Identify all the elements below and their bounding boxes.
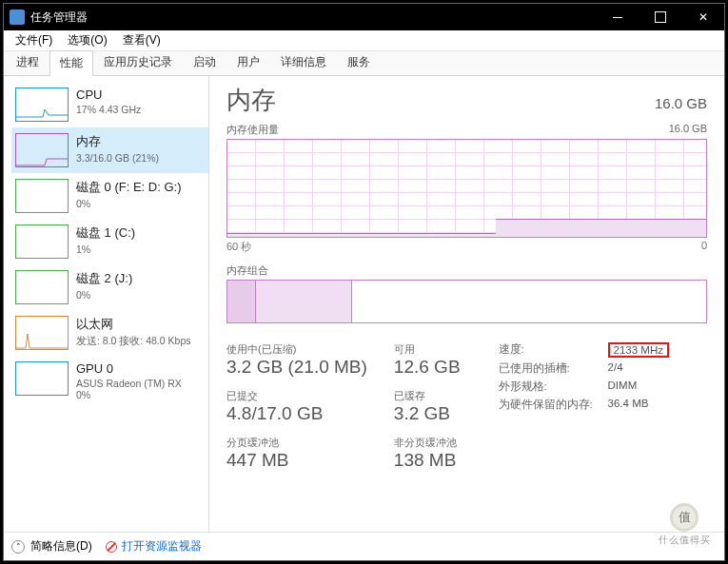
disk-thumb-icon (15, 224, 69, 259)
main-panel: 内存 16.0 GB 内存使用量16.0 GB 60 秒0 内存组合 使用中(已… (209, 76, 724, 532)
speed-value: 2133 MHz (608, 342, 669, 358)
watermark-text: 什么值得买 (659, 534, 711, 547)
resource-monitor-icon (106, 541, 117, 553)
inuse-value: 3.2 GB (21.0 MB) (226, 357, 367, 378)
tabbar: 进程 性能 应用历史记录 启动 用户 详细信息 服务 (4, 51, 724, 76)
memory-thumb-icon (15, 133, 69, 167)
memory-usage-chart[interactable] (226, 139, 707, 238)
axis-right: 0 (701, 240, 707, 254)
reserved-label: 为硬件保留的内存: (499, 398, 608, 412)
tab-users[interactable]: 用户 (226, 49, 270, 75)
composition-label: 内存组合 (226, 263, 707, 278)
watermark-icon: 值 (670, 503, 698, 532)
sidebar-item-disk2[interactable]: 磁盘 2 (J:)0% (11, 264, 208, 310)
ethernet-thumb-icon (15, 316, 69, 350)
avail-value: 12.6 GB (394, 357, 461, 378)
brief-info-link[interactable]: 简略信息(D) (30, 538, 92, 554)
sidebar-item-gpu0[interactable]: GPU 0ASUS Radeon (TM) RX0% (11, 356, 208, 406)
watermark: 值 什么值得买 (650, 503, 718, 553)
tab-details[interactable]: 详细信息 (270, 49, 337, 75)
axis-left: 60 秒 (226, 240, 251, 254)
memory-composition-chart[interactable] (226, 280, 707, 323)
slots-label: 已使用的插槽: (499, 361, 608, 376)
tab-performance[interactable]: 性能 (49, 50, 93, 76)
titlebar: 任务管理器 (4, 4, 724, 30)
menu-file[interactable]: 文件(F) (8, 30, 60, 50)
tab-startup[interactable]: 启动 (183, 49, 226, 75)
menu-view[interactable]: 查看(V) (115, 30, 168, 50)
menubar: 文件(F) 选项(O) 查看(V) (4, 30, 724, 51)
nonpaged-value: 138 MB (394, 450, 461, 471)
commit-value: 4.8/17.0 GB (226, 403, 367, 424)
usage-chart-max: 16.0 GB (669, 123, 707, 137)
gpu-thumb-icon (15, 361, 69, 396)
tab-processes[interactable]: 进程 (6, 49, 49, 75)
inuse-label: 使用中(已压缩) (226, 342, 367, 357)
tab-app-history[interactable]: 应用历史记录 (93, 49, 183, 75)
form-label: 外形规格: (499, 379, 608, 394)
task-manager-window: 任务管理器 文件(F) 选项(O) 查看(V) 进程 性能 应用历史记录 启动 … (3, 3, 725, 561)
page-title: 内存 (226, 84, 276, 117)
nonpaged-label: 非分页缓冲池 (394, 436, 461, 450)
memory-total: 16.0 GB (655, 95, 707, 111)
sidebar-item-cpu[interactable]: CPU17% 4.43 GHz (11, 82, 208, 127)
footer: ˄ 简略信息(D) 打开资源监视器 (4, 532, 724, 560)
cpu-thumb-icon (15, 88, 69, 122)
sidebar-item-memory[interactable]: 内存3.3/16.0 GB (21%) (11, 127, 208, 173)
slots-value: 2/4 (608, 361, 623, 376)
minimize-button[interactable] (596, 4, 639, 30)
sidebar-item-disk1[interactable]: 磁盘 1 (C:)1% (11, 219, 208, 264)
reserved-value: 36.4 MB (608, 398, 649, 412)
usage-chart-label: 内存使用量 (226, 123, 279, 137)
close-button[interactable] (681, 4, 724, 30)
window-title: 任务管理器 (30, 10, 596, 26)
app-icon (10, 10, 25, 25)
maximize-button[interactable] (639, 4, 681, 30)
tab-services[interactable]: 服务 (337, 49, 381, 75)
speed-label: 速度: (499, 342, 608, 358)
menu-options[interactable]: 选项(O) (60, 30, 114, 50)
cached-label: 已缓存 (394, 389, 461, 403)
form-value: DIMM (608, 379, 638, 394)
paged-value: 447 MB (226, 450, 367, 471)
paged-label: 分页缓冲池 (226, 436, 367, 450)
disk-thumb-icon (15, 270, 69, 304)
disk-thumb-icon (15, 179, 69, 213)
sidebar: CPU17% 4.43 GHz 内存3.3/16.0 GB (21%) 磁盘 0… (4, 76, 209, 532)
chevron-up-icon[interactable]: ˄ (11, 540, 25, 554)
resource-monitor-link[interactable]: 打开资源监视器 (122, 538, 202, 554)
avail-label: 可用 (394, 342, 461, 357)
sidebar-item-ethernet[interactable]: 以太网发送: 8.0 接收: 48.0 Kbps (11, 310, 208, 356)
cached-value: 3.2 GB (394, 403, 461, 424)
sidebar-item-disk0[interactable]: 磁盘 0 (F: E: D: G:)0% (11, 173, 208, 219)
commit-label: 已提交 (226, 389, 367, 403)
